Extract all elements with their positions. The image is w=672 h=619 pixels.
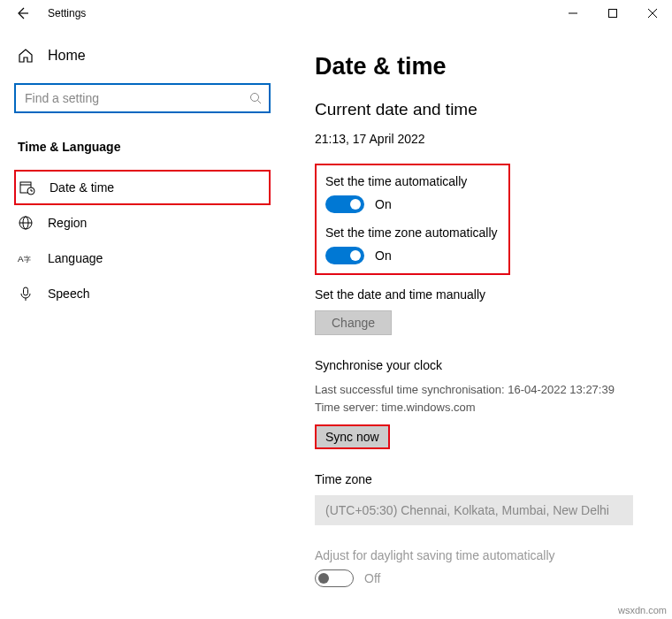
dst-toggle[interactable] — [315, 569, 354, 587]
dst-state: Off — [364, 571, 380, 585]
sidebar-item-label: Date & time — [50, 180, 114, 195]
language-icon: A字 — [18, 250, 34, 266]
sidebar: Home Find a setting Time & Language Date… — [0, 27, 285, 619]
titlebar: Settings — [0, 0, 672, 27]
manual-label: Set the date and time manually — [315, 287, 642, 302]
svg-line-5 — [258, 101, 262, 104]
home-nav[interactable]: Home — [14, 39, 271, 73]
sidebar-item-date-time[interactable]: Date & time — [14, 170, 271, 205]
sync-header: Synchronise your clock — [315, 358, 642, 372]
dst-label: Adjust for daylight saving time automati… — [315, 548, 642, 562]
svg-rect-16 — [24, 287, 28, 295]
sync-last: Last successful time synchronisation: 16… — [315, 381, 642, 399]
calendar-clock-icon — [19, 180, 35, 195]
change-button[interactable]: Change — [315, 310, 392, 335]
tz-header: Time zone — [315, 472, 642, 486]
auto-tz-toggle[interactable] — [325, 247, 364, 264]
sidebar-item-label: Region — [48, 216, 87, 230]
highlighted-auto-settings: Set the time automatically On Set the ti… — [315, 164, 510, 275]
search-icon — [249, 92, 262, 104]
svg-text:字: 字 — [24, 256, 31, 264]
home-icon — [18, 48, 34, 64]
auto-time-toggle[interactable] — [325, 195, 364, 213]
sidebar-item-label: Language — [48, 251, 103, 265]
current-datetime: 21:13, 17 April 2022 — [315, 132, 642, 146]
sidebar-item-speech[interactable]: Speech — [14, 276, 271, 311]
window-title: Settings — [48, 7, 86, 19]
auto-time-label: Set the time automatically — [325, 174, 498, 188]
home-label: Home — [48, 48, 86, 64]
sidebar-item-language[interactable]: A字 Language — [14, 241, 271, 276]
svg-point-4 — [251, 94, 259, 102]
content-panel: Date & time Current date and time 21:13,… — [285, 27, 672, 619]
close-button[interactable] — [632, 0, 672, 27]
microphone-icon — [18, 286, 34, 302]
minimize-button[interactable] — [553, 0, 592, 27]
page-title: Date & time — [315, 53, 642, 80]
auto-tz-state: On — [375, 248, 392, 263]
back-button[interactable] — [12, 4, 32, 23]
globe-icon — [18, 215, 34, 231]
sync-server: Time server: time.windows.com — [315, 399, 642, 416]
timezone-select[interactable]: (UTC+05:30) Chennai, Kolkata, Mumbai, Ne… — [315, 495, 633, 525]
sidebar-item-region[interactable]: Region — [14, 205, 271, 241]
maximize-button[interactable] — [592, 0, 632, 27]
svg-text:A: A — [18, 254, 24, 264]
sidebar-section-header: Time & Language — [14, 140, 271, 154]
auto-tz-label: Set the time zone automatically — [325, 225, 498, 240]
svg-rect-1 — [608, 10, 616, 18]
sidebar-item-label: Speech — [48, 287, 89, 301]
auto-time-state: On — [375, 197, 392, 211]
watermark: wsxdn.com — [618, 605, 667, 615]
sync-now-button[interactable]: Sync now — [315, 424, 390, 449]
section-subtitle: Current date and time — [315, 100, 642, 119]
search-input[interactable]: Find a setting — [14, 83, 271, 113]
search-placeholder: Find a setting — [25, 91, 249, 105]
